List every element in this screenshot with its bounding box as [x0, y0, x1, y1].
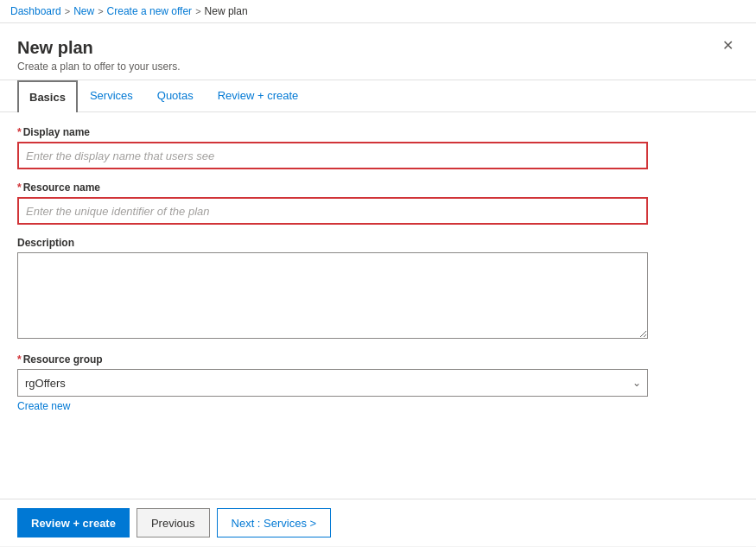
panel-footer: Review + create Previous Next : Services…: [0, 499, 756, 546]
resource-group-select-wrapper: rgOffers ⌄: [17, 369, 648, 397]
review-create-button[interactable]: Review + create: [17, 508, 130, 537]
display-name-group: *Display name: [17, 126, 739, 169]
resource-name-input[interactable]: [17, 197, 648, 225]
next-services-button[interactable]: Next : Services >: [217, 508, 332, 537]
description-textarea[interactable]: [17, 252, 648, 339]
form-content: *Display name *Resource name Description…: [0, 112, 756, 499]
page-title: New plan: [17, 37, 181, 58]
main-panel: New plan Create a plan to offer to your …: [0, 23, 756, 546]
display-name-required: *: [17, 126, 22, 138]
tab-basics[interactable]: Basics: [17, 80, 78, 112]
display-name-label: *Display name: [17, 126, 739, 138]
display-name-input[interactable]: [17, 142, 648, 169]
create-new-link[interactable]: Create new: [17, 400, 70, 412]
resource-group-group: *Resource group rgOffers ⌄ Create new: [17, 353, 739, 412]
page-subtitle: Create a plan to offer to your users.: [17, 60, 181, 73]
tab-quotas[interactable]: Quotas: [145, 80, 206, 112]
breadcrumb-create-offer[interactable]: Create a new offer: [107, 5, 193, 17]
resource-name-group: *Resource name: [17, 181, 739, 225]
breadcrumb-sep-1: >: [65, 6, 70, 16]
description-group: Description: [17, 237, 739, 341]
breadcrumb-sep-2: >: [98, 6, 103, 16]
tab-services[interactable]: Services: [78, 80, 145, 112]
breadcrumb-current: New plan: [205, 5, 248, 17]
resource-group-label: *Resource group: [17, 353, 739, 366]
panel-header: New plan Create a plan to offer to your …: [0, 23, 756, 80]
previous-button[interactable]: Previous: [137, 508, 210, 537]
panel-header-text: New plan Create a plan to offer to your …: [17, 37, 181, 73]
breadcrumb-dashboard[interactable]: Dashboard: [10, 5, 61, 17]
resource-group-required: *: [17, 353, 22, 366]
tab-review-create[interactable]: Review + create: [206, 80, 311, 112]
close-button[interactable]: ✕: [717, 37, 739, 54]
resource-name-label: *Resource name: [17, 181, 739, 194]
description-label: Description: [17, 237, 739, 249]
breadcrumb-new[interactable]: New: [73, 5, 94, 17]
tabs-container: Basics Services Quotas Review + create: [0, 80, 756, 112]
resource-group-select[interactable]: rgOffers: [17, 369, 648, 397]
resource-name-required: *: [17, 181, 22, 194]
breadcrumb: Dashboard > New > Create a new offer > N…: [0, 0, 756, 23]
breadcrumb-sep-3: >: [195, 6, 200, 16]
